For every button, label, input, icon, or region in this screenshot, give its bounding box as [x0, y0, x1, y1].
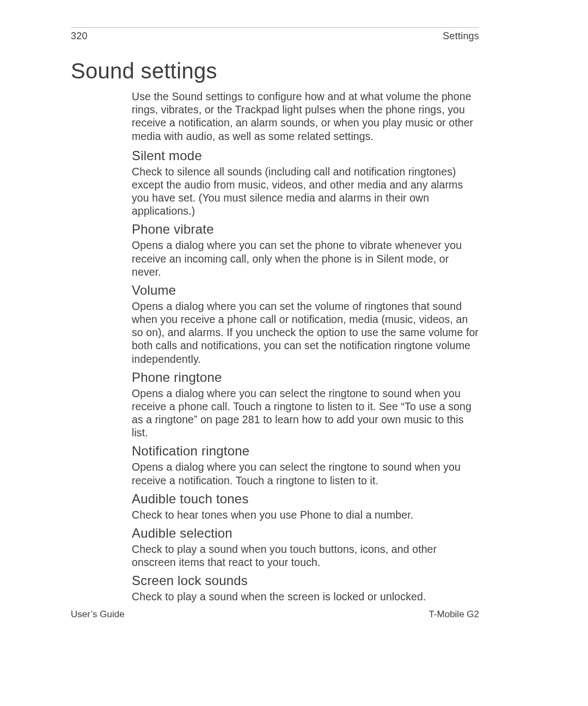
section-silent-mode: Silent mode Check to silence all sounds … — [132, 148, 480, 218]
section-heading: Silent mode — [132, 148, 480, 163]
section-volume: Volume Opens a dialog where you can set … — [132, 283, 480, 366]
page-title: Sound settings — [71, 59, 217, 83]
footer-right: T-Mobile G2 — [428, 609, 479, 620]
page: 320 Settings Sound settings Use the Soun… — [0, 0, 588, 706]
section-body: Check to play a sound when you touch but… — [132, 543, 480, 569]
section-body: Check to silence all sounds (including c… — [132, 165, 480, 218]
section-phone-ringtone: Phone ringtone Opens a dialog where you … — [132, 370, 480, 440]
section-heading: Audible touch tones — [132, 491, 480, 507]
section-audible-selection: Audible selection Check to play a sound … — [132, 526, 480, 569]
section-screen-lock-sounds: Screen lock sounds Check to play a sound… — [132, 573, 480, 603]
section-body: Check to play a sound when the screen is… — [132, 590, 480, 603]
section-audible-touch-tones: Audible touch tones Check to hear tones … — [132, 491, 480, 521]
header: 320 Settings — [71, 31, 479, 42]
footer: User’s Guide T-Mobile G2 — [71, 609, 479, 620]
header-divider — [71, 27, 479, 28]
section-heading: Volume — [132, 283, 480, 298]
section-body: Opens a dialog where you can set the vol… — [132, 300, 480, 366]
header-section: Settings — [443, 31, 479, 42]
section-body: Opens a dialog where you can select the … — [132, 387, 480, 440]
section-heading: Audible selection — [132, 526, 480, 541]
body: Use the Sound settings to configure how … — [132, 90, 480, 607]
section-heading: Notification ringtone — [132, 443, 480, 459]
page-number: 320 — [71, 31, 88, 42]
section-body: Opens a dialog where you can set the pho… — [132, 239, 480, 278]
section-heading: Screen lock sounds — [132, 573, 480, 588]
section-heading: Phone vibrate — [132, 222, 480, 237]
section-heading: Phone ringtone — [132, 370, 480, 385]
intro-paragraph: Use the Sound settings to configure how … — [132, 90, 480, 143]
section-phone-vibrate: Phone vibrate Opens a dialog where you c… — [132, 222, 480, 278]
section-body: Check to hear tones when you use Phone t… — [132, 508, 480, 521]
section-body: Opens a dialog where you can select the … — [132, 460, 480, 486]
section-notification-ringtone: Notification ringtone Opens a dialog whe… — [132, 443, 480, 486]
footer-left: User’s Guide — [71, 609, 125, 620]
